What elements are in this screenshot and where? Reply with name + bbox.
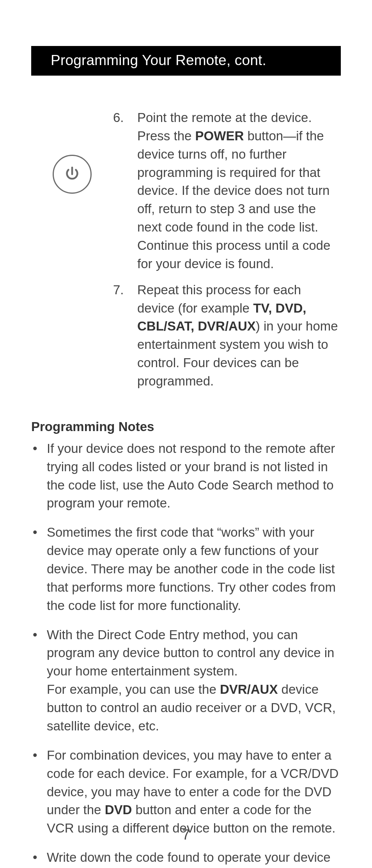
note-item: Write down the code found to operate you… (31, 849, 341, 868)
section-title: Programming Your Remote, cont. (51, 52, 266, 68)
step-text: button—if the device turns off, no furth… (137, 129, 330, 271)
step-list: Point the remote at the device. Press th… (113, 109, 341, 391)
note-item: If your device does not respond to the r… (31, 440, 341, 513)
note-text: Sometimes the first code that “works” wi… (47, 525, 336, 612)
manual-page: Programming Your Remote, cont. Point the… (0, 0, 372, 868)
note-text: If your device does not respond to the r… (47, 441, 335, 511)
note-bold: DVR/AUX (220, 682, 278, 697)
step-item: Point the remote at the device. Press th… (113, 109, 341, 273)
page-number: 7 (0, 827, 372, 843)
notes-list: If your device does not respond to the r… (31, 440, 341, 868)
section-header: Programming Your Remote, cont. (31, 46, 341, 76)
icon-column (31, 109, 113, 194)
note-item: With the Direct Code Entry method, you c… (31, 626, 341, 735)
steps-column: Point the remote at the device. Press th… (113, 109, 341, 398)
note-item: Sometimes the first code that “works” wi… (31, 523, 341, 615)
note-bold: DVD (105, 803, 132, 817)
note-text: With the Direct Code Entry method, you c… (47, 628, 334, 679)
note-text: Write down the code found to operate you… (47, 850, 331, 868)
notes-heading: Programming Notes (31, 419, 341, 434)
step-item: Repeat this process for each device (for… (113, 281, 341, 391)
note-item: For combination devices, you may have to… (31, 746, 341, 838)
note-text: For example, you can use the (47, 682, 220, 697)
step-bold: POWER (195, 129, 244, 143)
step-block: Point the remote at the device. Press th… (31, 109, 341, 398)
power-icon (53, 155, 92, 194)
